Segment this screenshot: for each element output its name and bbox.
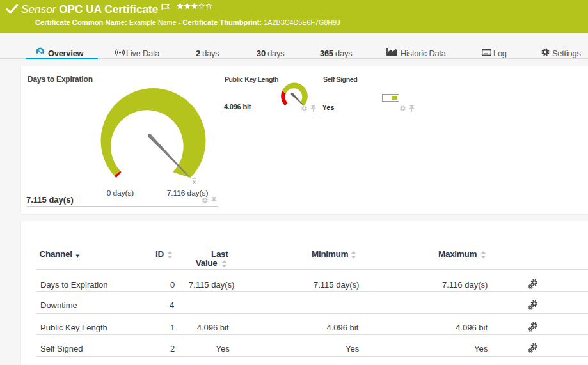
svg-text:x: x <box>193 178 196 185</box>
